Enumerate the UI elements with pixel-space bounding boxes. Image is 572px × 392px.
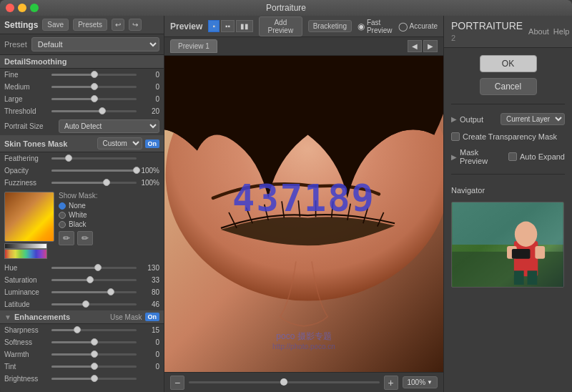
- help-button[interactable]: Help: [553, 27, 570, 36]
- latitude-fill: [51, 303, 86, 305]
- use-mask-label: Use Mask: [110, 313, 142, 321]
- enhancements-on-badge[interactable]: On: [145, 313, 160, 321]
- feathering-thumb[interactable]: [65, 155, 72, 162]
- eyedropper-button-1[interactable]: ✏: [59, 231, 74, 245]
- preset-row: Preset Default: [0, 34, 164, 55]
- zoom-out-button[interactable]: −: [170, 376, 184, 390]
- color-swatch[interactable]: [4, 192, 54, 242]
- redo-button[interactable]: ↪: [129, 19, 142, 31]
- brightness-track[interactable]: [51, 378, 137, 380]
- large-value: 0: [139, 95, 159, 103]
- dual-view-button[interactable]: ▪▪: [221, 20, 235, 32]
- latitude-thumb[interactable]: [82, 300, 89, 308]
- undo-button[interactable]: ↩: [112, 19, 124, 31]
- hue-thumb[interactable]: [94, 264, 102, 271]
- portrait-size-select[interactable]: Auto Detect: [59, 119, 159, 133]
- right-header-buttons: About Help: [528, 27, 569, 36]
- auto-expand-label: Auto Expand: [520, 152, 565, 161]
- tint-thumb[interactable]: [91, 363, 98, 370]
- create-transparency-checkbox[interactable]: [451, 132, 460, 141]
- sharpness-track[interactable]: [51, 329, 137, 331]
- next-tab-button[interactable]: ▶: [423, 40, 438, 52]
- navigator-thumbnail[interactable]: [451, 202, 564, 288]
- eyedropper-button-2[interactable]: ✏: [77, 231, 93, 245]
- saturation-thumb[interactable]: [87, 276, 94, 283]
- radio-white-dot[interactable]: [59, 212, 66, 219]
- radio-none-label: None: [69, 202, 86, 210]
- radio-none-row[interactable]: None: [59, 202, 159, 210]
- zoom-dropdown-icon[interactable]: ▼: [427, 379, 433, 386]
- accurate-radio[interactable]: ◯: [398, 21, 408, 31]
- skin-tones-on-badge[interactable]: On: [145, 139, 160, 148]
- brightness-thumb[interactable]: [91, 375, 98, 382]
- medium-track[interactable]: [51, 86, 137, 88]
- cancel-button[interactable]: Cancel: [480, 78, 537, 95]
- feathering-track[interactable]: [51, 157, 137, 160]
- hue-track[interactable]: [51, 267, 137, 269]
- fine-track[interactable]: [51, 74, 137, 76]
- zoom-slider[interactable]: [189, 381, 380, 383]
- sharpness-thumb[interactable]: [74, 326, 81, 333]
- threshold-value: 20: [139, 107, 159, 115]
- split-view-button[interactable]: ▮▮: [236, 20, 253, 32]
- fuzziness-track[interactable]: [51, 182, 137, 184]
- luminance-thumb[interactable]: [107, 288, 114, 295]
- warmth-track[interactable]: [51, 353, 137, 356]
- large-track[interactable]: [51, 98, 137, 100]
- maximize-button[interactable]: [30, 4, 39, 12]
- fast-preview-option[interactable]: ◉ Fast Preview: [358, 19, 393, 34]
- minimize-button[interactable]: [18, 4, 26, 12]
- output-triangle-icon: ▶: [451, 115, 457, 123]
- softness-thumb[interactable]: [91, 338, 98, 346]
- radio-black-row[interactable]: Black: [59, 220, 159, 228]
- output-select[interactable]: Current Layer: [500, 113, 565, 125]
- bracketing-button[interactable]: Bracketing: [308, 20, 352, 32]
- warmth-thumb[interactable]: [91, 351, 98, 358]
- threshold-label: Threshold: [4, 107, 49, 115]
- fine-slider-row: Fine 0: [0, 69, 164, 81]
- portrait-size-row: Portrait Size Auto Detect: [0, 117, 164, 135]
- tint-track[interactable]: [51, 366, 137, 368]
- prev-tab-button[interactable]: ◀: [408, 40, 422, 52]
- saturation-track[interactable]: [51, 279, 137, 281]
- fine-thumb[interactable]: [91, 71, 98, 78]
- softness-track[interactable]: [51, 341, 137, 343]
- color-swatch-container: [4, 192, 54, 259]
- large-thumb[interactable]: [91, 95, 98, 102]
- fast-preview-radio[interactable]: ◉: [358, 21, 365, 31]
- preview-tab-1[interactable]: Preview 1: [170, 39, 217, 53]
- threshold-thumb[interactable]: [99, 107, 106, 114]
- warmth-value: 0: [139, 351, 159, 358]
- sharpness-slider-row: Sharpness 15: [0, 324, 164, 336]
- luminance-track[interactable]: [51, 291, 137, 293]
- presets-button[interactable]: Presets: [73, 19, 107, 31]
- ok-button[interactable]: OK: [480, 55, 537, 72]
- zoom-display[interactable]: 100% ▼: [403, 376, 438, 388]
- threshold-track[interactable]: [51, 110, 137, 112]
- radio-white-row[interactable]: White: [59, 211, 159, 219]
- radio-black-dot[interactable]: [59, 221, 66, 228]
- single-view-button[interactable]: ▪: [208, 20, 220, 32]
- skin-tones-select[interactable]: Custom: [97, 137, 142, 150]
- save-button[interactable]: Save: [42, 19, 69, 31]
- radio-none-dot[interactable]: [59, 202, 66, 210]
- add-preview-button[interactable]: Add Preview: [259, 16, 302, 36]
- opacity-track[interactable]: [51, 170, 137, 172]
- zoom-thumb[interactable]: [280, 378, 287, 386]
- close-button[interactable]: [6, 4, 14, 12]
- divider-1: [451, 104, 565, 104]
- softness-label: Softness: [4, 338, 49, 346]
- medium-thumb[interactable]: [91, 83, 98, 90]
- large-fill: [51, 98, 94, 100]
- about-button[interactable]: About: [528, 27, 549, 36]
- zoom-in-button[interactable]: +: [384, 376, 398, 390]
- fuzziness-thumb[interactable]: [103, 179, 110, 186]
- watermark-url: http://photo.poco.cn: [272, 343, 335, 351]
- auto-expand-checkbox[interactable]: [508, 152, 517, 161]
- opacity-thumb[interactable]: [133, 167, 140, 174]
- preset-select[interactable]: Default: [31, 37, 159, 52]
- accurate-option[interactable]: ◯ Accurate: [398, 21, 438, 31]
- feathering-slider-row: Feathering: [0, 152, 164, 165]
- latitude-track[interactable]: [51, 303, 137, 305]
- warmth-label: Warmth: [4, 351, 49, 358]
